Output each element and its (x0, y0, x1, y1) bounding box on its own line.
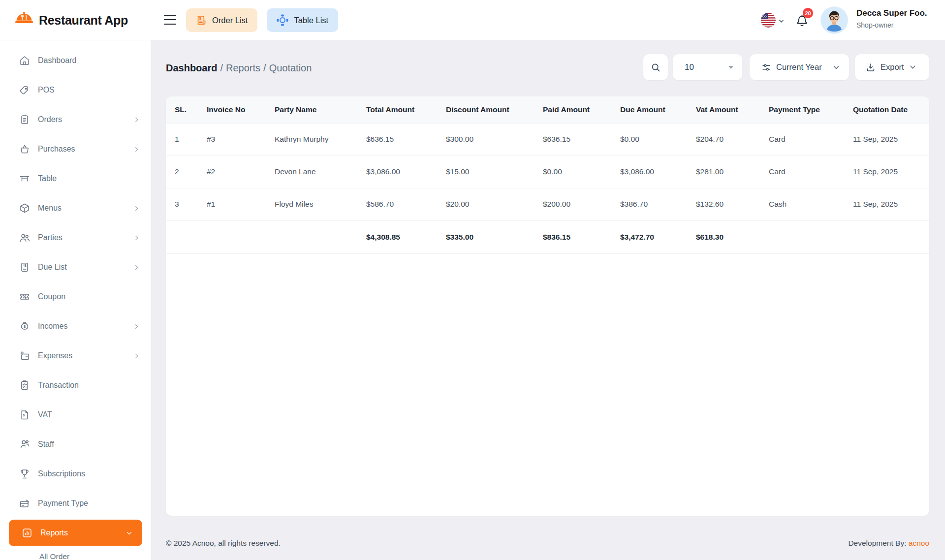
notification-count-badge: 20 (803, 8, 813, 18)
column-header: Invoice No (198, 96, 266, 123)
sidebar-item-parties[interactable]: Parties (0, 223, 151, 252)
totals-cell (266, 220, 357, 253)
column-header: Total Amount (357, 96, 437, 123)
sidebar-item-orders[interactable]: Orders (0, 105, 151, 134)
page-size-select[interactable]: 10 (673, 54, 742, 80)
sidebar-item-payment-type[interactable]: Payment Type (0, 489, 151, 518)
column-header: Due Amount (611, 96, 687, 123)
totals-cell: $3,472.70 (611, 220, 687, 253)
sidebar-subitem-all-order[interactable]: All Order (0, 549, 151, 560)
sidebar-item-expenses[interactable]: Expenses (0, 341, 151, 371)
sidebar-item-subscriptions[interactable]: Subscriptions (0, 459, 151, 489)
column-header: Discount Amount (437, 96, 534, 123)
sidebar-item-label: Reports (40, 529, 68, 537)
chevron-right-icon (132, 145, 141, 154)
clipboard-icon (19, 114, 31, 125)
column-header: Paid Amount (534, 96, 611, 123)
sidebar-item-dashboard[interactable]: Dashboard (0, 46, 151, 75)
language-dropdown-chevron-icon[interactable] (778, 18, 785, 24)
user-info[interactable]: Decca Super Foo. Shop-owner (856, 8, 927, 29)
table-cell: $3,086.00 (357, 156, 437, 188)
table-cell: $636.15 (357, 123, 437, 156)
sidebar-item-label: Due List (38, 263, 67, 272)
sidebar-item-label: Staff (38, 440, 54, 449)
sidebar-item-pos[interactable]: POS (0, 75, 151, 105)
sidebar-item-staff[interactable]: Staff (0, 430, 151, 459)
column-header: SL. (166, 96, 198, 123)
clipboard-check-icon (19, 379, 31, 391)
totals-cell (760, 220, 844, 253)
chevron-right-icon (132, 116, 141, 124)
totals-cell (844, 220, 929, 253)
due-doc-icon: $ (19, 261, 31, 273)
sidebar-item-purchases[interactable]: Purchases (0, 134, 151, 164)
table-cell: $636.15 (534, 123, 611, 156)
year-filter-select[interactable]: Current Year (750, 54, 849, 80)
quotation-table: SL.Invoice NoParty NameTotal AmountDisco… (166, 96, 929, 254)
development-by: Development By: acnoo (848, 539, 929, 548)
top-header: Restaurant App $ Order List (0, 0, 945, 40)
table-row: 3#1Floyd Miles$586.70$20.00$200.00$386.7… (166, 188, 929, 220)
chevron-right-icon (132, 263, 141, 272)
breadcrumb-dashboard[interactable]: Dashboard (166, 62, 217, 73)
table-cell: $586.70 (357, 188, 437, 220)
sidebar-item-incomes[interactable]: $Incomes (0, 311, 151, 341)
table-cell: Devon Lane (266, 156, 357, 188)
user-name: Decca Super Foo. (856, 8, 927, 18)
table-list-button[interactable]: Table List (267, 8, 338, 32)
sidebar-item-label: Coupon (38, 292, 65, 301)
table-cell: Floyd Miles (266, 188, 357, 220)
user-avatar[interactable] (820, 6, 848, 34)
chart-icon (21, 527, 33, 539)
sidebar-nav: DashboardPOSOrdersPurchasesTableMenusPar… (0, 40, 151, 560)
table-cell: $0.00 (611, 123, 687, 156)
table-cell: $0.00 (534, 156, 611, 188)
table-cell: 1 (166, 123, 198, 156)
money-bag-icon: $ (19, 320, 31, 332)
totals-cell: $836.15 (534, 220, 611, 253)
breadcrumb: Dashboard/Reports/Quotation (166, 62, 312, 74)
sidebar-item-label: Dashboard (38, 56, 76, 65)
sidebar-item-label: Table (38, 174, 57, 183)
box-icon (19, 202, 31, 214)
app-logo[interactable]: Restaurant App (14, 0, 128, 40)
chevron-down-icon (125, 529, 133, 537)
table-cell: $200.00 (534, 188, 611, 220)
sidebar-item-label: Purchases (38, 145, 75, 154)
table-cell: $3,086.00 (611, 156, 687, 188)
sidebar-item-label: Parties (38, 233, 63, 242)
select-caret-icon (728, 66, 733, 69)
export-button[interactable]: Export (855, 54, 929, 80)
sidebar-item-reports[interactable]: Reports (9, 520, 142, 546)
chevron-right-icon (132, 234, 141, 242)
language-flag-us-icon[interactable] (761, 13, 776, 28)
chevron-right-icon (132, 204, 141, 213)
table-cell: #3 (198, 123, 266, 156)
sidebar-item-label: Orders (38, 115, 62, 124)
totals-cell (166, 220, 198, 253)
tag-icon (19, 84, 31, 96)
sidebar-item-label: Expenses (38, 351, 72, 360)
search-button[interactable] (643, 54, 668, 80)
menu-toggle-icon[interactable] (164, 15, 176, 25)
breadcrumb-reports[interactable]: Reports (226, 62, 260, 73)
sidebar-item-coupon[interactable]: Coupon (0, 282, 151, 311)
table-cell: $15.00 (437, 156, 534, 188)
sidebar-item-label: Subscriptions (38, 469, 85, 478)
sidebar-item-label: POS (38, 86, 55, 94)
svg-text:$: $ (199, 16, 202, 21)
totals-cell (198, 220, 266, 253)
basket-icon (19, 143, 31, 155)
sidebar-item-transaction[interactable]: Transaction (0, 371, 151, 400)
table-row: 1#3Kathryn Murphy$636.15$300.00$636.15$0… (166, 123, 929, 156)
sidebar-item-menus[interactable]: Menus (0, 193, 151, 223)
users-icon (19, 232, 31, 244)
sidebar-item-table[interactable]: Table (0, 164, 151, 193)
sidebar-item-vat[interactable]: $VAT (0, 400, 151, 430)
sidebar-item-label: Payment Type (38, 499, 88, 508)
acnoo-link[interactable]: acnoo (909, 539, 929, 547)
order-list-button[interactable]: $ Order List (186, 8, 257, 32)
sidebar-item-due-list[interactable]: $Due List (0, 252, 151, 282)
staff-users-icon (19, 438, 31, 450)
table-cell: Cash (760, 188, 844, 220)
